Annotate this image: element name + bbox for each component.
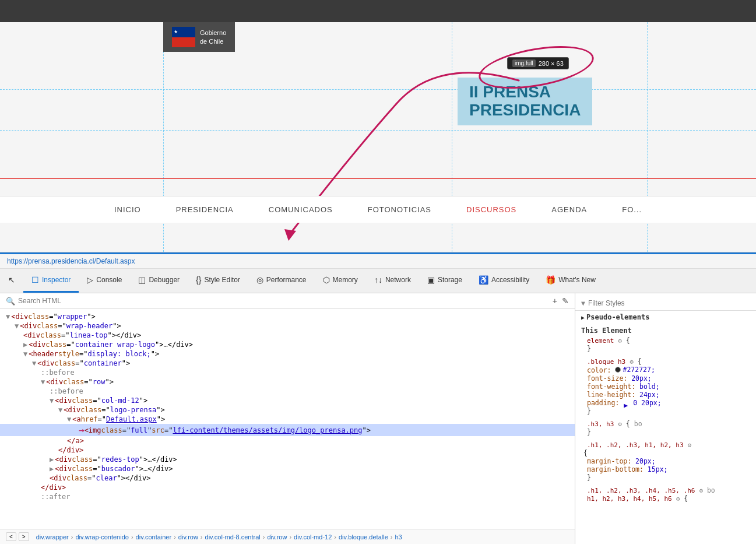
tab-network[interactable]: ↑↓ Network [366, 269, 419, 293]
gear-icon[interactable]: ⚙ [618, 420, 622, 428]
tab-memory-label: Memory [333, 276, 358, 284]
gear-icon[interactable]: ⚙ [618, 337, 622, 345]
nav-fotonoticias[interactable]: FOTONOTICIAS [368, 205, 431, 214]
gear-icon[interactable]: ⚙ [699, 487, 703, 494]
hline-red [0, 178, 756, 179]
html-line[interactable]: </div> [0, 445, 575, 455]
nav-agenda[interactable]: AGENDA [551, 205, 587, 214]
collapse-arrow[interactable]: ▼ [23, 350, 27, 358]
hline-1 [0, 89, 756, 90]
breadcrumb-item-bloque[interactable]: div.bloque.detalle [339, 534, 388, 541]
html-line[interactable]: ▶ <div class="container wrap-logo">…</di… [0, 340, 575, 349]
gear-icon[interactable]: ⚙ [630, 358, 634, 366]
collapse-arrow[interactable]: ▼ [58, 406, 62, 414]
html-line[interactable]: ▼ <div class="row"> [0, 377, 575, 387]
html-line[interactable]: ▼ <div class="col-md-12"> [0, 396, 575, 405]
gov-logo: ★ Gobierno de Chile [163, 22, 235, 52]
breadcrumb-item-col-md-12[interactable]: div.col-md-12 [294, 534, 332, 541]
devtools-pointer-btn[interactable]: ↖ [0, 269, 23, 293]
expand-arrow[interactable]: ▶ [624, 401, 628, 406]
add-node-icon[interactable]: + [553, 296, 557, 306]
collapse-arrow[interactable]: ▼ [32, 359, 36, 367]
this-element-label: This Element [575, 324, 756, 336]
tab-memory[interactable]: ⬡ Memory [315, 269, 366, 293]
html-line[interactable]: ▼ <div class="wrapper"> [0, 312, 575, 321]
collapse-arrow[interactable]: ▶ [50, 455, 54, 464]
breadcrumb-item-row2[interactable]: div.row [267, 534, 287, 541]
color-swatch[interactable] [615, 367, 621, 373]
styles-filter-input[interactable] [588, 299, 750, 307]
tab-accessibility[interactable]: ♿ Accessibility [470, 269, 537, 293]
flag-bottom [172, 37, 195, 48]
collapse-arrow[interactable]: ▼ [41, 378, 45, 386]
style-selector: .h1, .h2, .h3, .h4, .h5, .h6 [587, 487, 695, 494]
html-line[interactable]: ▶ <div class="redes-top">…</div> [0, 455, 575, 464]
flag-star: ★ [172, 27, 180, 37]
nav-inicio[interactable]: INICIO [114, 205, 141, 214]
html-line[interactable]: </a> [0, 436, 575, 445]
tab-debugger[interactable]: ◫ Debugger [130, 269, 188, 293]
collapse-arrow[interactable]: ▼ [15, 322, 19, 330]
nav-comunicados[interactable]: COMUNICADOS [269, 205, 333, 214]
breadcrumb-item-wrapper[interactable]: div.wrapper [36, 534, 69, 541]
html-line[interactable]: ▼ <header style="display: block;"> [0, 349, 575, 359]
html-line[interactable]: ▼ <div class="container"> [0, 359, 575, 368]
nav-more[interactable]: FO... [622, 205, 642, 214]
html-tree: ▼ <div class="wrapper"> ▼ <div class="wr… [0, 309, 575, 529]
tab-inspector[interactable]: ☐ Inspector [23, 269, 79, 293]
tab-whats-new[interactable]: 🎁 What's New [537, 269, 604, 293]
collapse-arrow[interactable]: ▶ [23, 341, 27, 349]
html-line[interactable]: <div class="clear"></div> [0, 473, 575, 483]
pick-element-icon[interactable]: ✎ [562, 296, 569, 306]
tab-console[interactable]: ▷ Console [79, 269, 130, 293]
browser-top-bar [0, 0, 756, 22]
styles-panel: ▼ ▶ Pseudo-elements This Element element… [575, 293, 756, 544]
img-tag-label: img.full [512, 59, 536, 67]
style-rule-h1-h2-h3: .h1, .h2, .h3, h1, h2, h3 ⚙ { margin-top… [575, 441, 756, 482]
html-search-input[interactable] [18, 297, 550, 305]
style-selector: h1, h2, h3, h4, h5, h6 [587, 495, 672, 503]
html-search-bar: 🔍 + ✎ [0, 293, 575, 309]
whats-new-icon: 🎁 [546, 275, 555, 285]
gear-icon[interactable]: ⚙ [676, 495, 680, 503]
devtools-url-bar: https://prensa.presidencia.cl/Default.as… [0, 252, 756, 269]
breadcrumb-item-h3[interactable]: h3 [395, 534, 402, 541]
breadcrumb-item-container[interactable]: div.container [136, 534, 172, 541]
breadcrumb-item-row[interactable]: div.row [178, 534, 198, 541]
html-line[interactable]: ::before [0, 387, 575, 396]
html-line[interactable]: ▼ <div class="logo-prensa"> [0, 405, 575, 415]
breadcrumb-nav: < > [6, 532, 29, 541]
html-line[interactable]: ▼ <div class="wrap-header"> [0, 321, 575, 331]
html-line[interactable]: ▶ <div class="buscador">…</div> [0, 464, 575, 473]
nav-presidencia[interactable]: PRESIDENCIA [176, 205, 234, 214]
style-rule-element: element ⚙ { } [575, 336, 756, 353]
html-line[interactable]: ::after [0, 492, 575, 501]
pseudo-collapse-arrow: ▶ [581, 314, 585, 321]
gear-icon[interactable]: ⚙ [688, 441, 692, 449]
tab-storage-label: Storage [438, 276, 462, 284]
breadcrumb-item-col-md-8[interactable]: div.col-md-8.central [205, 534, 261, 541]
pink-arrow-indicator: → [79, 424, 85, 436]
html-line[interactable]: <div class="linea-top"></div> [0, 331, 575, 340]
tab-style-editor-label: Style Editor [204, 276, 240, 284]
collapse-arrow[interactable]: ▼ [50, 396, 54, 405]
breadcrumb-item-wrap-contenido[interactable]: div.wrap-contenido [75, 534, 129, 541]
tab-style-editor[interactable]: {} Style Editor [188, 269, 248, 293]
breadcrumb-next[interactable]: > [19, 532, 29, 541]
collapse-arrow[interactable]: ▼ [67, 415, 71, 423]
inspector-icon: ☐ [31, 275, 39, 285]
nav-discursos[interactable]: DISCURSOS [466, 205, 516, 214]
html-line[interactable]: ::before [0, 368, 575, 377]
tab-performance[interactable]: ◎ Performance [248, 269, 315, 293]
html-line[interactable]: ▼ <a href="Default.aspx"> [0, 415, 575, 424]
breadcrumb-prev[interactable]: < [6, 532, 16, 541]
collapse-arrow[interactable]: ▼ [6, 313, 10, 321]
pseudo-elements-header[interactable]: ▶ Pseudo-elements [575, 311, 756, 324]
html-line[interactable]: </div> [0, 483, 575, 492]
website-preview: ★ Gobierno de Chile II PRENSA PRESIDENCI… [0, 22, 756, 252]
tab-storage[interactable]: ▣ Storage [419, 269, 470, 293]
html-line-selected[interactable]: → <img class="full" src="lfi-content/the… [0, 424, 575, 436]
collapse-arrow[interactable]: ▶ [50, 465, 54, 473]
chile-flag: ★ [172, 27, 195, 47]
nav-bar: INICIO PRESIDENCIA COMUNICADOS FOTONOTIC… [0, 196, 756, 223]
